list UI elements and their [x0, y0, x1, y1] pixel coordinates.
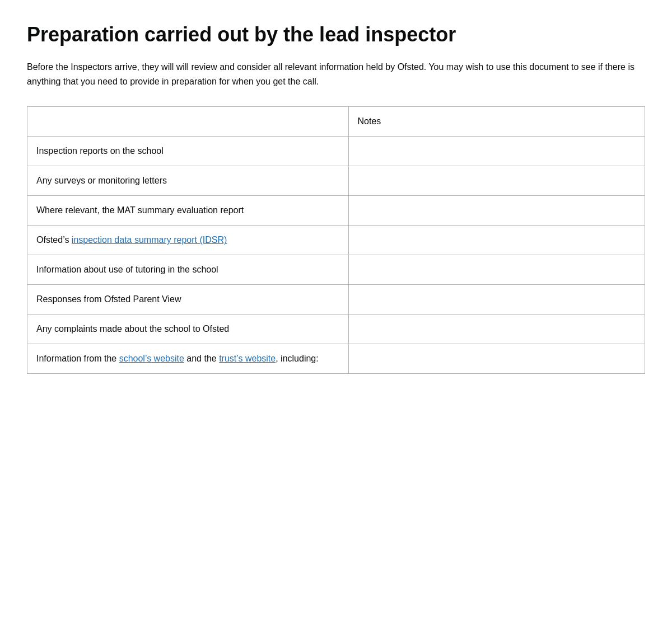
table-cell-item: Ofsted’s inspection data summary report …	[27, 226, 349, 255]
table-row: Information about use of tutoring in the…	[27, 255, 645, 285]
row-text: Any complaints made about the school to …	[36, 324, 229, 334]
intro-paragraph: Before the Inspectors arrive, they will …	[27, 60, 645, 88]
table-cell-item: Where relevant, the MAT summary evaluati…	[27, 196, 349, 226]
table-cell-notes	[348, 285, 645, 314]
table-cell-notes	[348, 137, 645, 166]
table-row: Any complaints made about the school to …	[27, 314, 645, 344]
row-suffix-text: , including:	[276, 354, 319, 363]
table-cell-item: Any surveys or monitoring letters	[27, 166, 349, 196]
table-header-notes: Notes	[348, 107, 645, 137]
table-header-item	[27, 107, 349, 137]
table-cell-notes	[348, 314, 645, 344]
table-cell-item: Responses from Ofsted Parent View	[27, 285, 349, 314]
preparation-table: Notes Inspection reports on the school A…	[27, 106, 645, 374]
school-website-link[interactable]: school’s website	[119, 354, 184, 363]
row-prefix-text: Information from the	[36, 354, 119, 363]
table-row: Where relevant, the MAT summary evaluati…	[27, 196, 645, 226]
table-cell-item: Inspection reports on the school	[27, 137, 349, 166]
table-row: Information from the school’s website an…	[27, 344, 645, 374]
table-cell-notes	[348, 196, 645, 226]
table-row: Ofsted’s inspection data summary report …	[27, 226, 645, 255]
page-title: Preparation carried out by the lead insp…	[27, 22, 645, 46]
row-text: Information about use of tutoring in the…	[36, 265, 218, 274]
table-row: Responses from Ofsted Parent View	[27, 285, 645, 314]
table-cell-notes	[348, 344, 645, 374]
table-row: Inspection reports on the school	[27, 137, 645, 166]
table-cell-item: Any complaints made about the school to …	[27, 314, 349, 344]
table-header-row: Notes	[27, 107, 645, 137]
row-middle-text: and the	[184, 354, 219, 363]
row-prefix-text: Ofsted’s	[36, 235, 72, 245]
table-cell-notes	[348, 166, 645, 196]
table-cell-notes	[348, 226, 645, 255]
row-text: Inspection reports on the school	[36, 146, 164, 156]
table-row: Any surveys or monitoring letters	[27, 166, 645, 196]
trust-website-link[interactable]: trust’s website	[219, 354, 276, 363]
table-cell-item: Information from the school’s website an…	[27, 344, 349, 374]
row-text: Where relevant, the MAT summary evaluati…	[36, 205, 244, 215]
row-text: Responses from Ofsted Parent View	[36, 294, 181, 304]
idsr-link[interactable]: inspection data summary report (IDSR)	[72, 235, 227, 245]
row-text: Any surveys or monitoring letters	[36, 176, 167, 185]
table-cell-notes	[348, 255, 645, 285]
table-cell-item: Information about use of tutoring in the…	[27, 255, 349, 285]
